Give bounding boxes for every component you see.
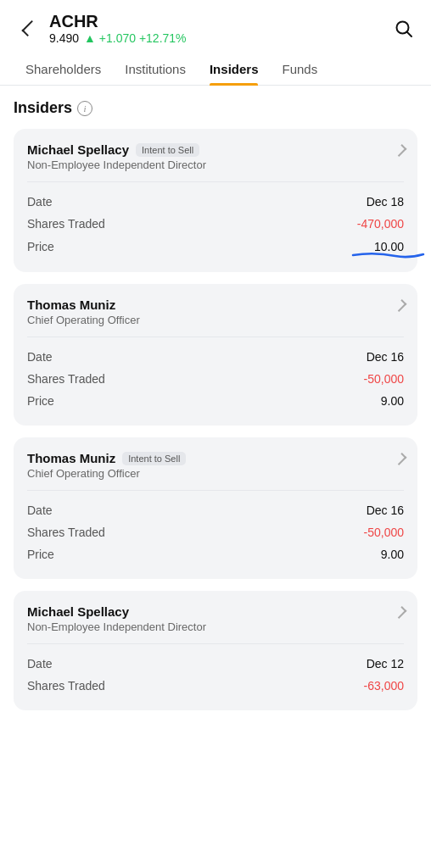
date-row-2: Date Dec 16 (27, 346, 404, 368)
person-name-3: Thomas Muniz (27, 451, 115, 465)
shares-label-2: Shares Traded (27, 372, 105, 386)
header-left: ACHR 9.490 ▲ +1.070 +12.71% (14, 12, 187, 45)
info-icon[interactable]: i (77, 101, 92, 116)
person-name-1: Michael Spellacy (27, 142, 129, 157)
card-name-row-4: Michael Spellacy (27, 604, 206, 619)
shares-label-3: Shares Traded (27, 526, 105, 539)
back-button[interactable] (14, 15, 41, 42)
content: Insiders i Michael Spellacy Intent to Se… (0, 86, 431, 736)
divider-2 (27, 337, 404, 337)
shares-value-3: -50,000 (364, 526, 404, 539)
header: ACHR 9.490 ▲ +1.070 +12.71% (0, 0, 431, 53)
card-header-left-1: Michael Spellacy Intent to Sell Non-Empl… (27, 142, 206, 171)
chevron-right-icon-2 (395, 299, 407, 312)
card-header-left-3: Thomas Muniz Intent to Sell Chief Operat… (27, 451, 186, 480)
shares-row-1: Shares Traded -470,000 (27, 213, 404, 235)
divider-4 (27, 643, 404, 644)
shares-label-4: Shares Traded (27, 679, 105, 693)
badge-3: Intent to Sell (122, 452, 186, 465)
person-title-3: Chief Operating Officer (27, 467, 186, 480)
shares-row-3: Shares Traded -50,000 (27, 521, 404, 543)
price-row-2: Price 9.00 (27, 390, 404, 412)
divider-1 (27, 181, 404, 182)
card-header-4: Michael Spellacy Non-Employee Independen… (27, 604, 404, 633)
card-header-left-4: Michael Spellacy Non-Employee Independen… (27, 604, 206, 633)
date-label-4: Date (27, 657, 53, 670)
svg-line-1 (407, 31, 412, 36)
nav-tabs: Shareholders Institutions Insiders Funds (0, 53, 431, 86)
insider-card-4[interactable]: Michael Spellacy Non-Employee Independen… (14, 591, 417, 710)
date-label-3: Date (27, 504, 53, 517)
shares-label-1: Shares Traded (27, 217, 105, 231)
shares-value-2: -50,000 (364, 372, 404, 386)
price-row-1: Price 10.00 (27, 235, 404, 259)
card-header-3: Thomas Muniz Intent to Sell Chief Operat… (27, 451, 404, 480)
shares-row-4: Shares Traded -63,000 (27, 675, 404, 697)
section-title: Insiders i (14, 99, 417, 117)
tab-institutions[interactable]: Institutions (113, 53, 198, 85)
insider-card-2[interactable]: Thomas Muniz Chief Operating Officer Dat… (14, 284, 417, 426)
chevron-right-icon-4 (395, 606, 407, 619)
divider-3 (27, 490, 404, 491)
ticker-info: ACHR 9.490 ▲ +1.070 +12.71% (49, 12, 187, 45)
date-label-1: Date (27, 195, 53, 209)
tab-funds[interactable]: Funds (270, 53, 329, 85)
person-name-2: Thomas Muniz (27, 298, 115, 312)
tab-shareholders[interactable]: Shareholders (14, 53, 113, 85)
underline-decoration (349, 250, 425, 259)
search-icon (395, 19, 413, 38)
date-row-4: Date Dec 12 (27, 653, 404, 675)
price-label-1: Price (27, 240, 54, 253)
card-header-left-2: Thomas Muniz Chief Operating Officer (27, 298, 140, 326)
price-value-2: 9.00 (381, 394, 404, 408)
price-change: ▲ +1.070 +12.71% (84, 31, 187, 45)
price-value: 9.490 (49, 31, 79, 45)
ticker-symbol: ACHR (49, 12, 187, 31)
date-row-1: Date Dec 18 (27, 191, 404, 213)
search-button[interactable] (390, 15, 417, 42)
chevron-right-icon-1 (395, 144, 407, 157)
person-name-4: Michael Spellacy (27, 604, 129, 619)
price-row-3: Price 9.00 (27, 543, 404, 565)
card-name-row-1: Michael Spellacy Intent to Sell (27, 142, 206, 157)
price-up-icon: ▲ (84, 31, 96, 45)
date-value-2: Dec 16 (367, 350, 404, 364)
date-value-3: Dec 16 (367, 504, 404, 517)
insider-card-1[interactable]: Michael Spellacy Intent to Sell Non-Empl… (14, 129, 417, 272)
person-title-1: Non-Employee Independent Director (27, 159, 206, 171)
back-icon (21, 20, 37, 36)
card-name-row-2: Thomas Muniz (27, 298, 140, 312)
shares-value-4: -63,000 (364, 679, 404, 693)
ticker-price-line: 9.490 ▲ +1.070 +12.71% (49, 31, 187, 45)
price-label-2: Price (27, 394, 54, 408)
date-value-1: Dec 18 (367, 195, 404, 209)
card-header-1: Michael Spellacy Intent to Sell Non-Empl… (27, 142, 404, 171)
card-name-row-3: Thomas Muniz Intent to Sell (27, 451, 186, 465)
price-value-3: 9.00 (381, 548, 404, 561)
shares-row-2: Shares Traded -50,000 (27, 368, 404, 390)
date-label-2: Date (27, 350, 53, 364)
person-title-2: Chief Operating Officer (27, 314, 140, 326)
date-value-4: Dec 12 (367, 657, 404, 670)
insider-card-3[interactable]: Thomas Muniz Intent to Sell Chief Operat… (14, 437, 417, 579)
shares-value-1: -470,000 (357, 217, 404, 231)
badge-1: Intent to Sell (136, 143, 199, 157)
person-title-4: Non-Employee Independent Director (27, 620, 206, 633)
date-row-3: Date Dec 16 (27, 499, 404, 521)
price-label-3: Price (27, 548, 54, 561)
tab-insiders[interactable]: Insiders (198, 53, 271, 85)
card-header-2: Thomas Muniz Chief Operating Officer (27, 298, 404, 326)
chevron-right-icon-3 (395, 453, 407, 465)
